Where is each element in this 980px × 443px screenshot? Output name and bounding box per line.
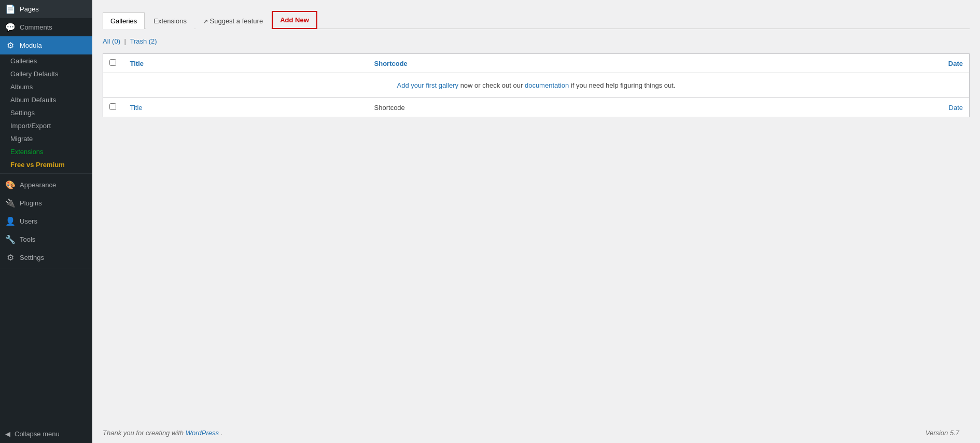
tab-galleries[interactable]: Galleries xyxy=(103,12,145,29)
appearance-icon: 🎨 xyxy=(5,180,16,190)
users-icon: 👤 xyxy=(5,216,16,226)
sidebar-item-tools[interactable]: 🔧 Tools xyxy=(0,230,92,248)
filter-all[interactable]: All (0) xyxy=(103,37,122,45)
filter-bar: All (0) | Trash (2) xyxy=(103,37,970,45)
sidebar-divider-1 xyxy=(0,173,92,174)
sidebar-item-plugins[interactable]: 🔌 Plugins xyxy=(0,194,92,212)
tab-add-new[interactable]: Add New xyxy=(272,11,317,29)
collapse-icon: ◀ xyxy=(5,430,10,438)
footer-title-sort-link[interactable]: Title xyxy=(130,104,143,112)
tab-suggest[interactable]: ↗ Suggest a feature xyxy=(195,12,271,29)
submenu-free-vs-premium[interactable]: Free vs Premium xyxy=(5,158,92,171)
version-info: Version 5.7 xyxy=(926,429,970,437)
galleries-table: Title Shortcode Date Add your first gall… xyxy=(103,53,970,117)
modula-icon: ⚙ xyxy=(5,40,16,50)
title-sort-link[interactable]: Title xyxy=(130,60,144,67)
select-all-checkbox[interactable] xyxy=(109,59,116,66)
sidebar-item-comments[interactable]: 💬 Comments xyxy=(0,18,92,36)
footer-credit: Thank you for creating with WordPress . xyxy=(103,429,222,437)
date-sort-link[interactable]: Date xyxy=(948,60,963,67)
plugins-icon: 🔌 xyxy=(5,198,16,208)
submenu-extensions[interactable]: Extensions xyxy=(5,145,92,158)
table-header-shortcode: Shortcode xyxy=(368,54,715,73)
sidebar-item-modula[interactable]: ⚙ Modula xyxy=(0,36,92,54)
documentation-link[interactable]: documentation xyxy=(525,81,569,89)
sidebar: 📄 Pages 💬 Comments ⚙ Modula Galleries Ga… xyxy=(0,0,92,443)
tab-extensions[interactable]: Extensions xyxy=(146,12,194,29)
external-link-icon: ↗ xyxy=(203,18,208,24)
wordpress-link[interactable]: WordPress xyxy=(186,429,219,437)
table-header-title[interactable]: Title xyxy=(124,54,368,73)
comments-icon: 💬 xyxy=(5,22,16,32)
filter-trash[interactable]: Trash (2) xyxy=(130,37,157,45)
table-footer-checkbox[interactable] xyxy=(103,98,124,117)
submenu-migrate[interactable]: Migrate xyxy=(5,132,92,145)
submenu-album-defaults[interactable]: Album Defaults xyxy=(5,93,92,106)
table-header-checkbox[interactable] xyxy=(103,54,124,73)
table-footer-row: Title Shortcode Date xyxy=(103,98,970,117)
settings-icon: ⚙ xyxy=(5,253,16,262)
table-header-row: Title Shortcode Date xyxy=(103,54,970,73)
submenu-albums[interactable]: Albums xyxy=(5,80,92,93)
submenu-import-export[interactable]: Import/Export xyxy=(5,119,92,132)
empty-message-cell: Add your first gallery now or check out … xyxy=(103,73,970,98)
filter-separator: | xyxy=(124,37,126,45)
empty-message-row: Add your first gallery now or check out … xyxy=(103,73,970,98)
footer-date-sort-link[interactable]: Date xyxy=(949,104,963,112)
submenu-galleries[interactable]: Galleries xyxy=(5,54,92,67)
add-first-gallery-link[interactable]: Add your first gallery xyxy=(397,81,459,89)
table-footer-title[interactable]: Title xyxy=(124,98,368,117)
tools-icon: 🔧 xyxy=(5,234,16,244)
pages-icon: 📄 xyxy=(5,4,16,14)
page-footer: Thank you for creating with WordPress . … xyxy=(92,423,980,443)
table-footer-date[interactable]: Date xyxy=(715,98,970,117)
sidebar-item-pages[interactable]: 📄 Pages xyxy=(0,0,92,18)
submenu-gallery-defaults[interactable]: Gallery Defaults xyxy=(5,67,92,80)
sidebar-item-settings[interactable]: ⚙ Settings xyxy=(0,248,92,267)
table-header-date[interactable]: Date xyxy=(715,54,970,73)
table-footer-shortcode: Shortcode xyxy=(368,98,715,117)
submenu-settings[interactable]: Settings xyxy=(5,106,92,119)
content-area: Galleries Extensions ↗ Suggest a feature… xyxy=(92,0,980,423)
sidebar-item-users[interactable]: 👤 Users xyxy=(0,212,92,230)
collapse-menu-button[interactable]: ◀ Collapse menu xyxy=(0,425,92,443)
sidebar-divider-2 xyxy=(0,269,92,269)
tab-bar: Galleries Extensions ↗ Suggest a feature… xyxy=(103,10,970,29)
sidebar-item-appearance[interactable]: 🎨 Appearance xyxy=(0,176,92,194)
modula-submenu: Galleries Gallery Defaults Albums Album … xyxy=(0,54,92,171)
select-all-checkbox-bottom[interactable] xyxy=(109,103,116,110)
main-content: Galleries Extensions ↗ Suggest a feature… xyxy=(92,0,980,443)
